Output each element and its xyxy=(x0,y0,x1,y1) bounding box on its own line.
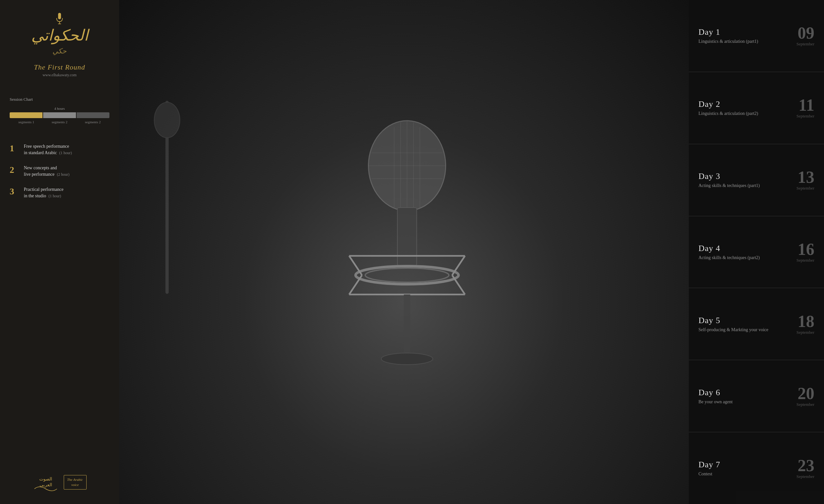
day-topic-4: Acting skills & techniques (part2) xyxy=(699,255,785,261)
day-month-6: September xyxy=(785,402,814,407)
chart-label-1: segments 1 xyxy=(10,120,43,124)
day-number-1: 09 xyxy=(785,25,814,41)
day-topic-5: Self-producing & Markting your voice xyxy=(699,327,785,332)
session-duration-2: (2 hour) xyxy=(57,172,70,177)
day-label-5: Day 5 xyxy=(699,316,785,325)
first-round-title: The First Round xyxy=(34,63,85,72)
chart-label-2: segments 2 xyxy=(43,120,76,124)
arabic-calligraphy-logo: الحكواتي حكي xyxy=(24,24,95,60)
svg-rect-16 xyxy=(398,208,417,266)
day-label-2: Day 2 xyxy=(699,99,785,109)
day-topic-2: Linguistics & articulation (part2) xyxy=(699,111,785,116)
svg-point-26 xyxy=(382,353,433,365)
day-month-5: September xyxy=(785,330,814,335)
the-arabic-voice-logo: The Arabicvoice xyxy=(64,475,87,490)
session-chart-section: Session Chart 4 hours segments 1 segment… xyxy=(10,97,109,124)
svg-point-17 xyxy=(356,266,459,284)
day-row-5: Day 5 Self-producing & Markting your voi… xyxy=(689,288,824,360)
session-items: 1 Free speech performancein standard Ara… xyxy=(10,143,109,208)
svg-rect-25 xyxy=(404,295,410,359)
day-month-1: September xyxy=(785,41,814,47)
chart-bar xyxy=(10,112,109,118)
svg-point-18 xyxy=(365,268,449,282)
session-chart-label: Session Chart xyxy=(10,97,109,102)
right-panel: Day 1 Linguistics & articulation (part1)… xyxy=(689,0,824,504)
chart-seg1 xyxy=(10,112,42,118)
svg-point-28 xyxy=(154,102,180,138)
svg-text:الصوت: الصوت xyxy=(39,477,52,482)
session-title-2: New concepts andlive performance (2 hour… xyxy=(24,165,70,177)
session-item-2: 2 New concepts andlive performance (2 ho… xyxy=(10,165,109,177)
day-number-5: 18 xyxy=(785,313,814,330)
svg-text:حكي: حكي xyxy=(53,47,67,56)
day-topic-1: Linguistics & articulation (part1) xyxy=(699,39,785,44)
day-number-6: 20 xyxy=(785,385,814,402)
day-info-2: Day 2 Linguistics & articulation (part2) xyxy=(699,99,785,116)
day-label-3: Day 3 xyxy=(699,172,785,181)
mic-icon xyxy=(55,13,64,24)
day-month-4: September xyxy=(785,258,814,263)
day-row-1: Day 1 Linguistics & articulation (part1)… xyxy=(689,0,824,72)
day-label-1: Day 1 xyxy=(699,27,785,37)
svg-rect-0 xyxy=(58,13,61,19)
day-topic-6: Be your own agent xyxy=(699,399,785,405)
chart-hours-label: 4 hours xyxy=(10,107,109,110)
day-month-7: September xyxy=(785,474,814,479)
session-duration-3: (1 hour) xyxy=(48,194,61,198)
day-date-5: 18 September xyxy=(785,313,814,335)
day-number-7: 23 xyxy=(785,457,814,474)
session-text-2: New concepts andlive performance (2 hour… xyxy=(24,165,70,177)
svg-line-20 xyxy=(452,275,465,295)
day-label-4: Day 4 xyxy=(699,243,785,253)
microphone-illustration xyxy=(330,101,485,391)
svg-line-22 xyxy=(349,256,362,275)
chart-label-3: segments 2 xyxy=(76,120,109,124)
day-number-3: 13 xyxy=(785,169,814,186)
session-number-1: 1 xyxy=(10,144,19,153)
day-label-6: Day 6 xyxy=(699,388,785,397)
day-label-7: Day 7 xyxy=(699,460,785,470)
center-background xyxy=(119,0,689,504)
session-number-2: 2 xyxy=(10,166,19,175)
day-date-1: 09 September xyxy=(785,25,814,47)
website-url: www.elhakawaty.com xyxy=(42,73,77,78)
day-row-4: Day 4 Acting skills & techniques (part2)… xyxy=(689,216,824,288)
day-date-7: 23 September xyxy=(785,457,814,479)
svg-text:الحكواتي: الحكواتي xyxy=(31,27,90,44)
day-row-6: Day 6 Be your own agent 20 September xyxy=(689,360,824,432)
session-text-3: Practical performancein the studio (1 ho… xyxy=(24,186,64,199)
sidebar-footer: الصوت العربي The Arabicvoice xyxy=(33,474,87,494)
day-info-4: Day 4 Acting skills & techniques (part2) xyxy=(699,243,785,261)
svg-line-23 xyxy=(452,256,465,275)
session-item-1: 1 Free speech performancein standard Ara… xyxy=(10,143,109,156)
arabic-voice-logo: الصوت العربي xyxy=(33,474,59,491)
day-date-3: 13 September xyxy=(785,169,814,191)
day-info-3: Day 3 Acting skills & techniques (part1) xyxy=(699,172,785,188)
bg-mic-left xyxy=(148,101,186,294)
day-row-7: Day 7 Contest 23 September xyxy=(689,432,824,504)
chart-seg2 xyxy=(43,112,76,118)
day-date-6: 20 September xyxy=(785,385,814,407)
session-text-1: Free speech performancein standard Arabi… xyxy=(24,143,72,156)
day-info-5: Day 5 Self-producing & Markting your voi… xyxy=(699,316,785,332)
day-month-2: September xyxy=(785,114,814,119)
session-duration-1: (1 hour) xyxy=(59,150,72,155)
logo-area: الحكواتي حكي The First Round www.elhakaw… xyxy=(24,13,95,78)
day-number-4: 16 xyxy=(785,241,814,258)
session-number-3: 3 xyxy=(10,187,19,196)
day-number-2: 11 xyxy=(785,97,814,114)
day-row-2: Day 2 Linguistics & articulation (part2)… xyxy=(689,72,824,144)
day-info-7: Day 7 Contest xyxy=(699,460,785,477)
session-title-3: Practical performancein the studio (1 ho… xyxy=(24,186,64,199)
day-date-2: 11 September xyxy=(785,97,814,119)
day-date-4: 16 September xyxy=(785,241,814,263)
day-row-3: Day 3 Acting skills & techniques (part1)… xyxy=(689,144,824,216)
session-item-3: 3 Practical performancein the studio (1 … xyxy=(10,186,109,199)
chart-labels: segments 1 segments 2 segments 2 xyxy=(10,120,109,124)
sidebar: الحكواتي حكي The First Round www.elhakaw… xyxy=(0,0,119,504)
day-month-3: September xyxy=(785,186,814,191)
svg-line-19 xyxy=(349,275,362,295)
day-topic-7: Contest xyxy=(699,472,785,477)
session-title-1: Free speech performancein standard Arabi… xyxy=(24,143,72,156)
day-info-6: Day 6 Be your own agent xyxy=(699,388,785,405)
